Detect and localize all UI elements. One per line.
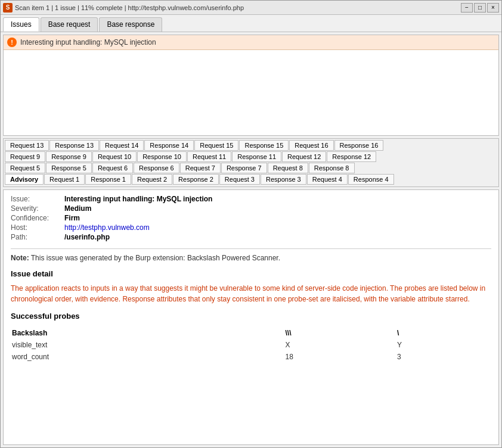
tab-request-9[interactable]: Request 9 xyxy=(5,151,45,162)
tab-response-3[interactable]: Response 3 xyxy=(261,174,306,185)
info-row-path: Path: /userinfo.php xyxy=(11,233,491,241)
tab-request-3[interactable]: Request 3 xyxy=(219,174,260,185)
title-bar: S Scan item 1 | 1 issue | 11% complete |… xyxy=(1,1,501,15)
tab-response-16[interactable]: Response 16 xyxy=(334,140,384,151)
info-row-severity: Severity: Medium xyxy=(11,204,491,213)
severity-label: Severity: xyxy=(11,204,64,213)
title-bar-text: Scan item 1 | 1 issue | 11% complete | h… xyxy=(15,4,458,11)
tab-request-14[interactable]: Request 14 xyxy=(100,140,144,151)
request-tabs-row-1: Request 13 Response 13 Request 14 Respon… xyxy=(5,140,497,151)
path-value: /userinfo.php xyxy=(64,233,110,241)
probes-row2-col2: 18 xyxy=(286,351,396,362)
tab-request-1[interactable]: Request 1 xyxy=(44,174,85,185)
table-row: word_count 18 3 xyxy=(12,351,490,362)
app-icon-letter: S xyxy=(6,4,10,11)
issue-detail-title: Issue detail xyxy=(11,269,491,278)
tab-request-6[interactable]: Request 6 xyxy=(92,163,133,173)
tab-request-11[interactable]: Request 11 xyxy=(187,151,231,162)
tab-base-response[interactable]: Base response xyxy=(99,17,162,32)
tab-response-9[interactable]: Response 9 xyxy=(46,151,92,162)
title-bar-controls: − □ × xyxy=(461,3,499,13)
tab-response-2[interactable]: Response 2 xyxy=(173,174,219,185)
tab-request-8[interactable]: Request 8 xyxy=(268,163,308,173)
maximize-button[interactable]: □ xyxy=(474,3,486,13)
tab-request-12[interactable]: Request 12 xyxy=(282,151,326,162)
probes-row1-label: visible_text xyxy=(12,340,284,350)
info-row-confidence: Confidence: Firm xyxy=(11,214,491,222)
issue-detail-body: The application reacts to inputs in a wa… xyxy=(11,283,491,304)
close-button[interactable]: × xyxy=(487,3,499,13)
probes-row1-col3: Y xyxy=(397,340,490,350)
info-row-host: Host: http://testphp.vulnweb.com xyxy=(11,223,491,232)
minimize-button[interactable]: − xyxy=(461,3,473,13)
tab-advisory[interactable]: Advisory xyxy=(5,174,44,185)
issue-label: Issue: xyxy=(11,195,64,203)
tab-response-12[interactable]: Response 12 xyxy=(327,151,376,162)
issues-panel: ! Interesting input handling: MySQL inje… xyxy=(3,35,499,136)
request-tabs-row-3: Request 5 Response 5 Request 6 Response … xyxy=(5,163,497,173)
tab-response-1[interactable]: Response 1 xyxy=(85,174,131,185)
tab-response-4[interactable]: Response 4 xyxy=(348,174,394,185)
tab-request-16[interactable]: Request 16 xyxy=(289,140,333,151)
probes-table: Backslash \\\ \ visible_text X Y word_co… xyxy=(11,326,491,363)
tab-request-13[interactable]: Request 13 xyxy=(5,140,49,151)
tab-response-5[interactable]: Response 5 xyxy=(46,163,92,173)
tab-base-request[interactable]: Base request xyxy=(41,17,98,32)
path-label: Path: xyxy=(11,233,64,241)
probes-row2-label: word_count xyxy=(12,351,284,362)
tab-response-14[interactable]: Response 14 xyxy=(144,140,194,151)
tab-request-15[interactable]: Request 15 xyxy=(194,140,238,151)
host-label: Host: xyxy=(11,223,64,232)
tab-response-7[interactable]: Response 7 xyxy=(221,163,267,173)
info-table: Issue: Interesting input handling: MySQL… xyxy=(11,195,491,241)
app-icon: S xyxy=(3,3,13,13)
probes-col-header-3: \ xyxy=(397,328,490,338)
tab-response-11[interactable]: Response 11 xyxy=(232,151,281,162)
tab-response-6[interactable]: Response 6 xyxy=(134,163,179,173)
probes-col-header-2: \\\ xyxy=(286,328,396,338)
note-bold: Note: xyxy=(11,254,29,262)
probes-row2-col3: 3 xyxy=(397,351,490,362)
request-tabs-container: Request 13 Response 13 Request 14 Respon… xyxy=(3,138,499,187)
issue-warning-icon: ! xyxy=(7,38,17,47)
request-tabs-row-4: Advisory Request 1 Response 1 Request 2 … xyxy=(5,174,497,185)
request-tabs-row-2: Request 9 Response 9 Request 10 Response… xyxy=(5,151,497,162)
divider-1 xyxy=(11,248,491,249)
confidence-value: Firm xyxy=(64,214,80,222)
main-window: S Scan item 1 | 1 issue | 11% complete |… xyxy=(0,0,502,448)
host-value[interactable]: http://testphp.vulnweb.com xyxy=(64,223,150,232)
main-tab-bar: Issues Base request Base response xyxy=(1,15,501,32)
probes-col-header-1: Backslash xyxy=(12,328,284,338)
note-paragraph: Note: This issue was generated by the Bu… xyxy=(11,254,491,262)
tab-issues[interactable]: Issues xyxy=(3,17,39,32)
successful-probes-title: Successful probes xyxy=(11,312,491,321)
confidence-label: Confidence: xyxy=(11,214,64,222)
probes-row1-col2: X xyxy=(286,340,396,350)
tab-response-13[interactable]: Response 13 xyxy=(49,140,99,151)
issue-text: Interesting input handling: MySQL inject… xyxy=(20,38,156,46)
info-row-issue: Issue: Interesting input handling: MySQL… xyxy=(11,195,491,203)
tab-request-2[interactable]: Request 2 xyxy=(132,174,172,185)
tab-request-7[interactable]: Request 7 xyxy=(180,163,221,173)
note-text: This issue was generated by the Burp ext… xyxy=(29,254,280,262)
detail-panel: Issue: Interesting input handling: MySQL… xyxy=(3,189,499,445)
issue-item[interactable]: ! Interesting input handling: MySQL inje… xyxy=(4,35,498,50)
tab-response-15[interactable]: Response 15 xyxy=(239,140,289,151)
severity-value: Medium xyxy=(64,204,91,213)
tab-response-8[interactable]: Response 8 xyxy=(309,163,355,173)
issue-value: Interesting input handling: MySQL inject… xyxy=(64,195,212,203)
tab-request-10[interactable]: Request 10 xyxy=(92,151,137,162)
table-row: visible_text X Y xyxy=(12,340,490,350)
tab-request-5[interactable]: Request 5 xyxy=(5,163,45,173)
tab-response-10[interactable]: Response 10 xyxy=(137,151,187,162)
tab-request-4[interactable]: Request 4 xyxy=(307,174,348,185)
